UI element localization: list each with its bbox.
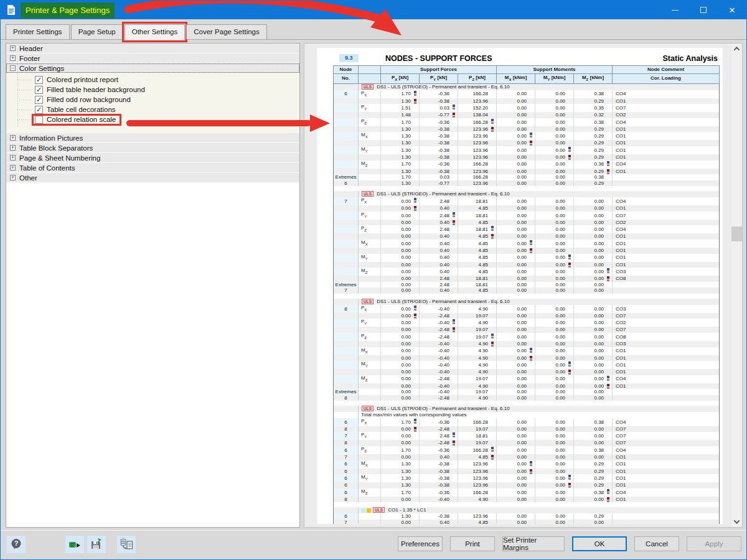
checkbox-label: Filled table header background xyxy=(47,86,145,93)
value-cell: 18.81 xyxy=(458,276,497,282)
checkbox-filled-odd-row-background[interactable]: ✓ xyxy=(35,96,43,104)
comment-cell: CO1 xyxy=(613,169,720,175)
comment-cell: CO1 xyxy=(613,98,720,105)
scroll-up-button[interactable] xyxy=(731,44,742,54)
expand-icon[interactable]: + xyxy=(10,135,16,141)
table-row: MX0.000.404.850.000.000.00CO1 xyxy=(334,240,720,248)
collapse-icon[interactable]: − xyxy=(10,65,16,71)
tree-item-color-settings[interactable]: −Color Settings xyxy=(6,63,299,73)
value-cell: 0.00 xyxy=(497,212,535,220)
tree-option-filled-table-header-background[interactable]: ✓Filled table header background xyxy=(6,85,299,95)
value-cell: 0.00 xyxy=(574,432,613,440)
tab-cover-page-settings[interactable]: Cover Page Settings xyxy=(186,24,266,39)
max-indicator xyxy=(607,489,609,494)
print-button[interactable]: Print xyxy=(450,536,495,551)
set-printer-margins-button[interactable]: Set Printer Margins xyxy=(502,536,565,551)
tree-item-table-block-separators[interactable]: +Table Block Separators xyxy=(6,143,299,152)
expand-icon[interactable]: + xyxy=(10,165,16,170)
row-label-cell: PX xyxy=(359,197,381,205)
block-gap-row xyxy=(334,186,720,191)
expand-icon[interactable]: + xyxy=(10,175,16,180)
close-button[interactable]: ✕ xyxy=(718,1,746,19)
node-cell: Extremes xyxy=(334,282,359,288)
value-cell: 0.00 xyxy=(574,341,613,347)
tree-item-other[interactable]: +Other xyxy=(6,173,299,182)
col-header-p-x: PX [kN] xyxy=(381,74,420,84)
node-cell xyxy=(334,169,359,175)
row-label-cell xyxy=(359,383,381,390)
tab-printer-settings[interactable]: Printer Settings xyxy=(6,24,70,39)
maximize-button[interactable] xyxy=(689,1,718,19)
ok-button[interactable]: OK xyxy=(572,536,627,551)
tree-item-header[interactable]: +Header xyxy=(6,44,299,53)
tree-option-filled-odd-row-background[interactable]: ✓Filled odd row background xyxy=(6,95,299,105)
scroll-down-button[interactable] xyxy=(731,516,742,527)
expand-icon[interactable]: + xyxy=(10,155,16,161)
tab-page-setup[interactable]: Page Setup xyxy=(71,24,123,39)
block-header-cell: ULS CO1 - 1.35 * LC1 xyxy=(359,507,720,513)
min-indicator xyxy=(530,469,532,474)
value-cell: 0.00 xyxy=(535,513,574,520)
value-cell: 0.29 xyxy=(574,126,613,133)
expand-icon[interactable]: + xyxy=(10,55,16,61)
node-cell xyxy=(334,132,359,140)
minimize-button[interactable] xyxy=(660,1,689,19)
value-cell: 0.00 xyxy=(497,520,535,524)
row-label-cell xyxy=(359,454,381,460)
row-label-cell xyxy=(359,98,381,105)
chevron-down-icon xyxy=(734,518,740,524)
value-cell: 0.00 xyxy=(535,282,574,288)
min-indicator xyxy=(491,234,494,239)
table-row: MZ1.70-0.36166.280.000.000.38CO4 xyxy=(334,161,720,169)
value-cell: 0.00 xyxy=(535,520,574,524)
tree-option-colored-printout-report[interactable]: ✓Colored printout report xyxy=(6,75,299,85)
col-header-comment: Node Comment xyxy=(613,66,720,74)
value-cell: 0.00 xyxy=(497,460,535,469)
checkbox-colored-printout-report[interactable]: ✓ xyxy=(35,76,43,84)
table-row: 1.30-0.38123.960.000.000.29CO1 xyxy=(334,140,720,146)
value-cell: 0.00 xyxy=(381,383,420,390)
table-row: 70.000.404.850.000.000.00CO1 xyxy=(334,454,720,460)
tree-item-page-sheet-numbering[interactable]: +Page & Sheet Numbering xyxy=(6,153,299,162)
import-settings-button[interactable] xyxy=(65,536,84,553)
comment-cell: CO7 xyxy=(613,440,720,446)
expand-icon[interactable]: + xyxy=(10,145,16,151)
value-cell: 0.00 xyxy=(497,454,535,460)
value-cell: 123.96 xyxy=(458,98,497,105)
save-settings-button[interactable] xyxy=(87,536,106,553)
preferences-button[interactable]: Preferences xyxy=(398,536,443,551)
tab-other-settings[interactable]: Other Settings xyxy=(125,24,186,40)
checkbox-colored-relation-scale[interactable] xyxy=(35,116,43,124)
tree-option-colored-relation-scale[interactable]: Colored relation scale xyxy=(6,114,299,124)
scrollbar-thumb[interactable] xyxy=(731,226,742,241)
value-cell: 0.00 xyxy=(535,440,574,446)
row-label-cell: MZ xyxy=(359,488,381,497)
value-cell: 4.85 xyxy=(458,205,497,212)
tree-item-table-of-contents[interactable]: +Table of Contents xyxy=(6,163,299,172)
node-cell xyxy=(334,333,359,341)
checkbox-filled-table-header-background[interactable]: ✓ xyxy=(35,86,43,94)
tree-option-table-cell-decorations[interactable]: ✓Table cell decorations xyxy=(6,105,299,114)
comment-cell: CO1 xyxy=(613,482,720,488)
node-cell: 6 xyxy=(334,460,359,469)
help-button[interactable]: ? xyxy=(7,536,26,553)
value-cell: 0.00 xyxy=(497,174,535,180)
expand-icon[interactable]: + xyxy=(10,45,16,51)
tree-item-information-pictures[interactable]: +Information Pictures xyxy=(6,133,299,142)
value-cell: 19.07 xyxy=(458,440,497,446)
tree-item-footer[interactable]: +Footer xyxy=(6,54,299,63)
col-header-blank xyxy=(359,74,381,84)
preview-scrollbar[interactable] xyxy=(731,44,742,527)
value-cell: -2.48 xyxy=(420,395,458,401)
value-cell: 0.29 xyxy=(574,180,613,187)
checkbox-table-cell-decorations[interactable]: ✓ xyxy=(35,106,43,114)
value-cell: 0.00 xyxy=(381,333,420,341)
value-cell: 0.00 xyxy=(497,426,535,432)
node-cell xyxy=(334,313,359,319)
node-cell: 8 xyxy=(334,440,359,446)
svg-text:?: ? xyxy=(14,539,19,547)
cancel-button[interactable]: Cancel xyxy=(634,536,679,551)
value-cell: 0.00 xyxy=(497,333,535,341)
copy-settings-button[interactable] xyxy=(117,536,136,553)
value-cell: 19.07 xyxy=(458,327,497,333)
